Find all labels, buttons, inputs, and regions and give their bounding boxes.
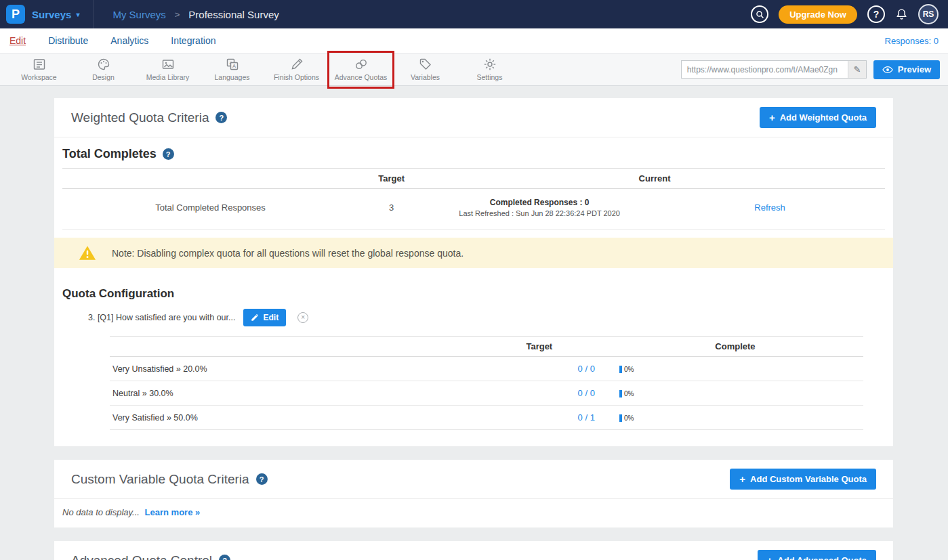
preview-button[interactable]: Preview (873, 60, 940, 79)
custom-variable-quota-title: Custom Variable Quota Criteria ? (71, 472, 268, 487)
no-data-row: No data to display... Learn more » (54, 499, 893, 527)
quota-progress: 0% (607, 381, 863, 406)
notifications-button[interactable] (895, 8, 908, 21)
progress-bar (619, 366, 622, 373)
help-icon[interactable]: ? (256, 473, 268, 485)
toolbar-item-media-library[interactable]: Media Library (136, 58, 200, 81)
breadcrumb-my-surveys[interactable]: My Surveys (112, 9, 165, 20)
finish-options-icon (290, 58, 304, 71)
total-completed-responses-label: Total Completed Responses (62, 189, 358, 230)
current-column-header: Current (424, 169, 885, 189)
edit-pencil-icon (251, 314, 259, 322)
quota-row-label: Neutral » 30.0% (110, 381, 472, 406)
toolbar-item-advance-quotas[interactable]: Advance Quotas (329, 58, 393, 81)
quota-target-value[interactable]: 0 / 1 (472, 406, 607, 430)
upgrade-now-button[interactable]: Upgrade Now (779, 5, 857, 24)
quota-progress: 0% (607, 357, 863, 381)
settings-icon (483, 58, 497, 71)
help-button[interactable]: ? (867, 5, 885, 23)
no-data-text: No data to display... (62, 507, 140, 517)
warning-icon (78, 244, 97, 261)
remove-quota-button[interactable]: × (297, 312, 308, 323)
quota-table: Target Complete Very Unsatisfied » 20.0%… (110, 336, 863, 430)
help-icon[interactable]: ? (219, 555, 230, 560)
add-custom-variable-quota-button[interactable]: + Add Custom Variable Quota (730, 469, 876, 490)
progress-bar (619, 390, 622, 397)
responses-count[interactable]: Responses: 0 (885, 36, 939, 46)
quota-row: Neutral » 30.0% 0 / 0 0% (110, 381, 863, 406)
survey-url-input[interactable] (682, 61, 848, 78)
design-icon (97, 58, 110, 71)
toolbar-item-languages[interactable]: aA Languages (200, 58, 264, 81)
advance-quotas-icon (354, 58, 368, 71)
search-icon (756, 10, 764, 19)
breadcrumb-separator-icon: > (175, 9, 180, 20)
edit-url-button[interactable]: ✎ (848, 61, 866, 78)
advanced-quota-header: Advanced Quota Control ? + Add Advanced … (54, 541, 893, 560)
bell-icon (895, 8, 908, 21)
toolbar-item-variables[interactable]: Variables (393, 58, 457, 81)
weighted-quota-title: Weighted Quota Criteria ? (71, 110, 227, 125)
edit-quota-button[interactable]: Edit (243, 309, 286, 326)
survey-url-box: ✎ (681, 60, 867, 79)
main-nav: Edit Distribute Analytics Integration Re… (0, 28, 948, 53)
quota-target-value[interactable]: 0 / 0 (472, 381, 607, 406)
workspace-icon (33, 58, 46, 71)
help-icon[interactable]: ? (215, 112, 227, 123)
total-completes-header-row: Target Current (62, 169, 885, 189)
quota-configuration-title: Quota Configuration (62, 287, 893, 301)
edit-toolbar: Workspace Design Media Library aA Langua… (0, 53, 948, 86)
quota-note-text: Note: Disabling complex quota for all qu… (112, 248, 463, 259)
main-content: Weighted Quota Criteria ? + Add Weighted… (0, 86, 948, 560)
quota-target-header: Target (472, 337, 607, 357)
chevron-down-icon: ▾ (76, 11, 79, 18)
product-switcher[interactable]: Surveys ▾ (32, 0, 94, 28)
quota-row-label: Very Satisfied » 50.0% (110, 406, 472, 430)
target-value: 3 (358, 189, 424, 230)
questionpro-logo[interactable]: P (6, 5, 25, 24)
quota-question-label: 3. [Q1] How satisfied are you with our..… (88, 313, 235, 322)
tab-distribute[interactable]: Distribute (48, 35, 88, 46)
plus-icon: + (769, 112, 775, 123)
toolbar-item-design[interactable]: Design (71, 58, 136, 81)
last-refreshed-text: Last Refreshed : Sun Jun 28 22:36:24 PDT… (427, 209, 652, 217)
product-label: Surveys (32, 9, 71, 20)
toolbar-item-finish-options[interactable]: Finish Options (264, 58, 329, 81)
topbar-actions: Upgrade Now ? RS (751, 4, 948, 24)
svg-text:A: A (232, 63, 235, 69)
tab-integration[interactable]: Integration (171, 35, 215, 46)
weighted-quota-header: Weighted Quota Criteria ? + Add Weighted… (54, 98, 893, 137)
weighted-quota-card: Weighted Quota Criteria ? + Add Weighted… (54, 98, 893, 446)
avatar-initials: RS (923, 9, 934, 19)
quota-complete-header: Complete (607, 337, 863, 357)
toolbar-item-workspace[interactable]: Workspace (7, 58, 71, 81)
tab-analytics[interactable]: Analytics (110, 35, 148, 46)
refresh-link[interactable]: Refresh (754, 202, 785, 213)
quota-target-value[interactable]: 0 / 0 (472, 357, 607, 381)
total-completes-table: Target Current Total Completed Responses… (62, 168, 885, 230)
progress-bar (619, 414, 622, 422)
logo-letter: P (12, 7, 20, 22)
total-completes-title: Total Completes ? (62, 147, 885, 161)
advanced-quota-title: Advanced Quota Control ? (71, 553, 230, 560)
search-button[interactable] (751, 5, 768, 23)
quota-row-label: Very Unsatisfied » 20.0% (110, 357, 472, 381)
toolbar-item-settings[interactable]: Settings (457, 58, 522, 81)
breadcrumb: My Surveys > Professional Survey (112, 9, 279, 20)
completed-responses-text: Completed Responses : 0 (427, 198, 652, 207)
help-icon[interactable]: ? (163, 148, 174, 160)
quota-row: Very Satisfied » 50.0% 0 / 1 0% (110, 406, 863, 430)
add-weighted-quota-button[interactable]: + Add Weighted Quota (760, 107, 876, 128)
target-column-header: Target (358, 169, 424, 189)
quota-question-row: 3. [Q1] How satisfied are you with our..… (88, 309, 893, 326)
top-bar: P Surveys ▾ My Surveys > Professional Su… (0, 0, 948, 28)
custom-variable-quota-header: Custom Variable Quota Criteria ? + Add C… (54, 460, 893, 499)
add-advanced-quota-button[interactable]: + Add Advanced Quota (758, 550, 876, 560)
languages-icon: aA (226, 58, 239, 71)
quota-table-header-row: Target Complete (110, 337, 863, 357)
learn-more-link[interactable]: Learn more » (145, 507, 201, 517)
tab-edit[interactable]: Edit (9, 35, 26, 46)
user-avatar[interactable]: RS (918, 4, 939, 24)
quota-progress: 0% (607, 406, 863, 430)
breadcrumb-current-survey: Professional Survey (188, 9, 279, 20)
